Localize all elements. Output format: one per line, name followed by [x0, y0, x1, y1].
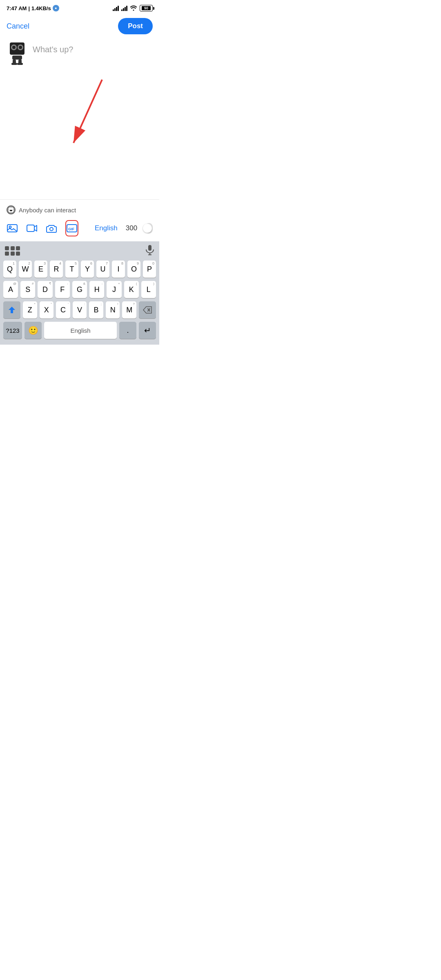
separator: | — [28, 5, 30, 11]
signal-bars-icon — [113, 5, 119, 11]
emoji-key[interactable]: 🙂 — [24, 322, 42, 339]
status-bar: 7:47 AM | 1.4KB/s ● 90 — [0, 0, 159, 15]
svg-point-16 — [50, 227, 53, 231]
keyboard: Q1 W2 E3 R4 T5 Y6 U7 I8 O9 P0 A@ S# D₹ F… — [0, 241, 159, 345]
status-indicators: 90 — [113, 5, 153, 12]
key-r[interactable]: R4 — [50, 261, 63, 278]
key-h[interactable]: H- — [89, 281, 104, 298]
network-type-icon: ● — [53, 5, 59, 11]
keyboard-row-2: A@ S# D₹ F- G& H- J+ K( L) — [0, 279, 159, 300]
status-time-speed: 7:47 AM | 1.4KB/s ● — [7, 5, 59, 11]
anybody-interact-label: Anybody can interact — [19, 207, 76, 214]
key-v[interactable]: V: — [73, 301, 87, 318]
key-q[interactable]: Q1 — [3, 261, 16, 278]
key-u[interactable]: U7 — [96, 261, 109, 278]
cancel-button[interactable]: Cancel — [7, 22, 29, 31]
microphone-button[interactable] — [145, 245, 154, 257]
wifi-icon — [130, 5, 137, 12]
language-button[interactable]: English — [95, 224, 118, 232]
keyboard-row-3: Z* X" C' V: B; N! M? — [0, 300, 159, 320]
svg-text:GIF: GIF — [68, 227, 75, 231]
composer-area: What's up? — [0, 38, 159, 69]
key-p[interactable]: P0 — [143, 261, 156, 278]
toggle-switch[interactable] — [145, 223, 153, 234]
svg-point-3 — [12, 46, 16, 49]
backspace-button[interactable] — [139, 301, 156, 318]
battery-icon: 90 — [140, 5, 153, 11]
key-k[interactable]: K( — [124, 281, 139, 298]
signal-bars-2-icon — [121, 5, 127, 11]
avatar — [7, 42, 28, 64]
key-j[interactable]: J+ — [107, 281, 121, 298]
key-g[interactable]: G& — [72, 281, 87, 298]
key-o[interactable]: O9 — [127, 261, 140, 278]
interact-icon — [7, 205, 16, 214]
space-key[interactable]: English — [44, 322, 117, 339]
media-toolbar: GIF English 300 — [7, 218, 153, 239]
svg-rect-19 — [148, 245, 151, 251]
key-i[interactable]: I8 — [112, 261, 125, 278]
svg-point-4 — [19, 46, 22, 49]
key-c[interactable]: C' — [56, 301, 70, 318]
camera-button[interactable] — [46, 220, 57, 236]
photo-button[interactable] — [7, 220, 18, 236]
toggle-knob — [143, 224, 152, 233]
key-x[interactable]: X" — [40, 301, 54, 318]
home-bar-area — [0, 342, 159, 345]
time: 7:47 AM — [7, 5, 27, 11]
char-count: 300 — [126, 224, 137, 232]
key-t[interactable]: T5 — [65, 261, 78, 278]
top-navigation: Cancel Post — [0, 15, 159, 38]
key-m[interactable]: M? — [122, 301, 136, 318]
keyboard-grid-icon[interactable] — [5, 246, 20, 256]
svg-rect-9 — [17, 63, 23, 65]
enter-key[interactable]: ↵ — [139, 322, 156, 339]
keyboard-top-bar — [0, 241, 159, 259]
keyboard-row-1: Q1 W2 E3 R4 T5 Y6 U7 I8 O9 P0 — [0, 259, 159, 279]
svg-rect-15 — [27, 225, 34, 232]
key-w[interactable]: W2 — [19, 261, 32, 278]
svg-rect-5 — [12, 56, 22, 60]
main-content-area — [0, 69, 159, 199]
keyboard-bottom-row: ?123 🙂 English . ↵ — [0, 320, 159, 342]
svg-point-14 — [9, 226, 11, 228]
key-d[interactable]: D₹ — [38, 281, 52, 298]
anybody-interact-row: Anybody can interact — [7, 202, 153, 218]
key-z[interactable]: Z* — [23, 301, 37, 318]
key-s[interactable]: S# — [20, 281, 35, 298]
key-n[interactable]: N! — [106, 301, 120, 318]
network-speed: 1.4KB/s — [31, 5, 51, 11]
compose-placeholder[interactable]: What's up? — [33, 42, 153, 54]
post-button[interactable]: Post — [118, 18, 153, 34]
key-e[interactable]: E3 — [34, 261, 47, 278]
battery-level: 90 — [144, 6, 148, 10]
key-y[interactable]: Y6 — [81, 261, 94, 278]
key-b[interactable]: B; — [89, 301, 103, 318]
key-a[interactable]: A@ — [3, 281, 18, 298]
shift-button[interactable] — [3, 301, 20, 318]
key-l[interactable]: L) — [141, 281, 156, 298]
num-key[interactable]: ?123 — [3, 322, 22, 339]
period-key[interactable]: . — [119, 322, 136, 339]
video-button[interactable] — [26, 220, 38, 236]
gif-button[interactable]: GIF — [65, 220, 78, 236]
bottom-toolbar: Anybody can interact — [0, 199, 159, 241]
key-f[interactable]: F- — [55, 281, 70, 298]
svg-rect-8 — [11, 63, 17, 65]
